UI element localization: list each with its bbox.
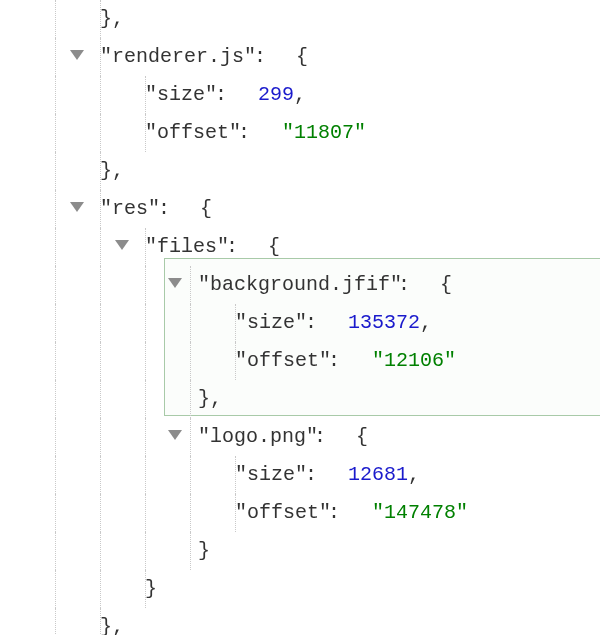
code-line: "offset" : "11807" bbox=[0, 114, 600, 152]
indent-guide bbox=[55, 76, 56, 114]
comma: , bbox=[420, 304, 432, 342]
json-tree-viewer: }, "renderer.js" : { "size" : 299 , "off… bbox=[0, 0, 600, 635]
brace-close: } bbox=[145, 570, 157, 608]
colon: : bbox=[215, 76, 227, 114]
json-key: "offset" bbox=[145, 114, 241, 152]
indent-guide bbox=[55, 418, 56, 456]
code-line: }, bbox=[0, 380, 600, 418]
colon: : bbox=[328, 342, 340, 380]
json-key: "size" bbox=[235, 304, 307, 342]
chevron-down-icon[interactable] bbox=[70, 202, 84, 212]
indent-guide bbox=[55, 152, 56, 190]
indent-guide bbox=[145, 532, 146, 570]
brace-open: { bbox=[356, 418, 368, 456]
code-line: } bbox=[0, 570, 600, 608]
indent-guide bbox=[145, 266, 146, 304]
json-key: "offset" bbox=[235, 494, 331, 532]
indent-guide bbox=[55, 608, 56, 635]
code-line: "size" : 12681 , bbox=[0, 456, 600, 494]
json-number: 12681 bbox=[348, 456, 408, 494]
code-line[interactable]: "files" : { bbox=[0, 228, 600, 266]
brace-open: { bbox=[268, 228, 280, 266]
indent-guide bbox=[190, 266, 191, 304]
code-line[interactable]: "logo.png" : { bbox=[0, 418, 600, 456]
brace-close: }, bbox=[198, 380, 222, 418]
indent-guide bbox=[55, 456, 56, 494]
json-string: "147478" bbox=[372, 494, 468, 532]
indent-guide bbox=[100, 342, 101, 380]
json-key: "renderer.js" bbox=[100, 38, 256, 76]
indent-guide bbox=[190, 418, 191, 456]
brace-open: { bbox=[296, 38, 308, 76]
colon: : bbox=[254, 38, 266, 76]
indent-guide bbox=[100, 114, 101, 152]
indent-guide bbox=[190, 494, 191, 532]
indent-guide bbox=[55, 190, 56, 228]
indent-guide bbox=[55, 342, 56, 380]
indent-guide bbox=[190, 532, 191, 570]
indent-guide bbox=[55, 266, 56, 304]
colon: : bbox=[314, 418, 326, 456]
indent-guide bbox=[145, 342, 146, 380]
code-line[interactable]: "background.jfif" : { bbox=[0, 266, 600, 304]
indent-guide bbox=[100, 456, 101, 494]
indent-guide bbox=[100, 304, 101, 342]
indent-guide bbox=[55, 114, 56, 152]
json-key: "offset" bbox=[235, 342, 331, 380]
indent-guide bbox=[55, 0, 56, 38]
colon: : bbox=[226, 228, 238, 266]
indent-guide bbox=[55, 304, 56, 342]
code-line[interactable]: "res" : { bbox=[0, 190, 600, 228]
json-key: "background.jfif" bbox=[198, 266, 402, 304]
chevron-down-icon[interactable] bbox=[168, 430, 182, 440]
json-string: "12106" bbox=[372, 342, 456, 380]
chevron-down-icon[interactable] bbox=[168, 278, 182, 288]
indent-guide bbox=[145, 418, 146, 456]
comma: , bbox=[408, 456, 420, 494]
brace-close: }, bbox=[100, 0, 124, 38]
chevron-down-icon[interactable] bbox=[70, 50, 84, 60]
indent-guide bbox=[55, 570, 56, 608]
json-key: "res" bbox=[100, 190, 160, 228]
indent-guide bbox=[145, 304, 146, 342]
indent-guide bbox=[100, 76, 101, 114]
colon: : bbox=[238, 114, 250, 152]
indent-guide bbox=[145, 456, 146, 494]
code-line: }, bbox=[0, 152, 600, 190]
indent-guide bbox=[55, 532, 56, 570]
indent-guide bbox=[190, 380, 191, 418]
json-key: "files" bbox=[145, 228, 229, 266]
indent-guide bbox=[190, 342, 191, 380]
indent-guide bbox=[100, 418, 101, 456]
json-key: "logo.png" bbox=[198, 418, 318, 456]
indent-guide bbox=[100, 494, 101, 532]
code-line[interactable]: "renderer.js" : { bbox=[0, 38, 600, 76]
code-line: "offset" : "147478" bbox=[0, 494, 600, 532]
indent-guide bbox=[55, 38, 56, 76]
code-line: "offset" : "12106" bbox=[0, 342, 600, 380]
chevron-down-icon[interactable] bbox=[115, 240, 129, 250]
colon: : bbox=[305, 304, 317, 342]
json-string: "11807" bbox=[282, 114, 366, 152]
json-number: 299 bbox=[258, 76, 294, 114]
indent-guide bbox=[190, 456, 191, 494]
colon: : bbox=[398, 266, 410, 304]
indent-guide bbox=[100, 266, 101, 304]
indent-guide bbox=[100, 228, 101, 266]
json-key: "size" bbox=[145, 76, 217, 114]
indent-guide bbox=[55, 494, 56, 532]
colon: : bbox=[328, 494, 340, 532]
brace-open: { bbox=[200, 190, 212, 228]
code-line: "size" : 135372 , bbox=[0, 304, 600, 342]
json-key: "size" bbox=[235, 456, 307, 494]
code-line: }, bbox=[0, 0, 600, 38]
brace-open: { bbox=[440, 266, 452, 304]
code-line: } bbox=[0, 532, 600, 570]
colon: : bbox=[158, 190, 170, 228]
comma: , bbox=[294, 76, 306, 114]
indent-guide bbox=[190, 304, 191, 342]
brace-close: } bbox=[198, 532, 210, 570]
brace-close: }, bbox=[100, 152, 124, 190]
indent-guide bbox=[100, 532, 101, 570]
indent-guide bbox=[145, 380, 146, 418]
